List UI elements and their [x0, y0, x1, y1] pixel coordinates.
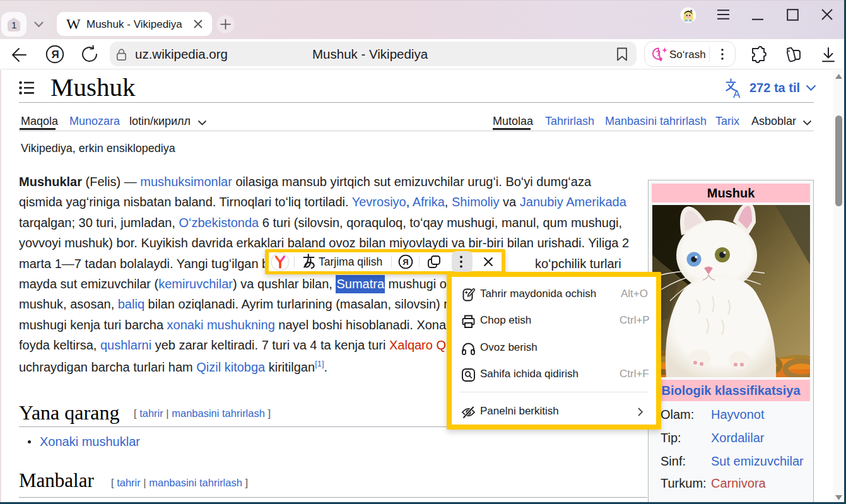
svg-text:1: 1	[11, 20, 17, 30]
svg-text:A: A	[733, 88, 741, 99]
svg-text:Я: Я	[402, 257, 408, 267]
svg-text:?: ?	[656, 49, 661, 58]
svg-text:Я: Я	[51, 49, 59, 61]
